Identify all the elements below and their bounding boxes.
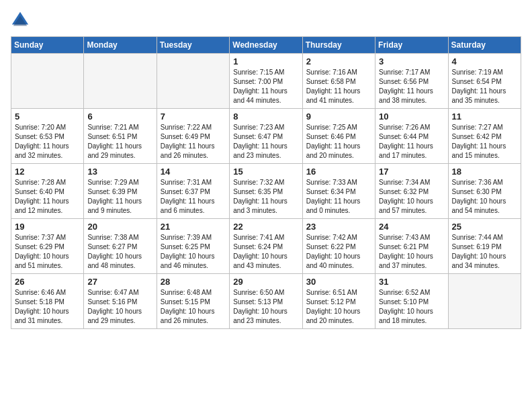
calendar-cell: 17Sunrise: 7:34 AM Sunset: 6:32 PM Dayli… [375,164,448,219]
day-number: 28 [161,277,226,287]
calendar-cell: 28Sunrise: 6:48 AM Sunset: 5:15 PM Dayli… [157,274,229,329]
calendar-table: SundayMondayTuesdayWednesdayThursdayFrid… [11,36,521,329]
logo-icon [11,11,30,30]
day-info: Sunrise: 7:38 AM Sunset: 6:27 PM Dayligh… [87,233,152,271]
calendar-cell: 20Sunrise: 7:38 AM Sunset: 6:27 PM Dayli… [84,219,157,274]
day-number: 13 [87,167,152,177]
calendar-cell: 16Sunrise: 7:33 AM Sunset: 6:34 PM Dayli… [302,164,375,219]
calendar-cell: 3Sunrise: 7:17 AM Sunset: 6:56 PM Daylig… [375,54,448,109]
day-info: Sunrise: 7:36 AM Sunset: 6:30 PM Dayligh… [452,178,517,216]
calendar-cell: 11Sunrise: 7:27 AM Sunset: 6:42 PM Dayli… [448,109,521,164]
day-number: 5 [15,111,80,122]
day-number: 22 [233,222,298,232]
calendar-cell: 9Sunrise: 7:25 AM Sunset: 6:46 PM Daylig… [302,109,375,164]
day-number: 10 [379,111,444,122]
day-info: Sunrise: 6:50 AM Sunset: 5:13 PM Dayligh… [233,288,298,326]
calendar-cell: 10Sunrise: 7:26 AM Sunset: 6:44 PM Dayli… [375,109,448,164]
calendar-cell: 8Sunrise: 7:23 AM Sunset: 6:47 PM Daylig… [230,109,302,164]
day-info: Sunrise: 7:37 AM Sunset: 6:29 PM Dayligh… [15,233,80,271]
day-info: Sunrise: 7:19 AM Sunset: 6:54 PM Dayligh… [452,68,517,105]
calendar-cell: 6Sunrise: 7:21 AM Sunset: 6:51 PM Daylig… [84,109,157,164]
day-number: 19 [15,222,80,232]
calendar-cell [84,54,157,109]
day-number: 9 [306,111,371,122]
calendar-cell [157,54,229,109]
calendar-cell: 30Sunrise: 6:51 AM Sunset: 5:12 PM Dayli… [302,274,375,329]
day-info: Sunrise: 7:26 AM Sunset: 6:44 PM Dayligh… [379,123,444,161]
day-number: 8 [233,111,298,122]
logo [11,11,32,30]
day-number: 14 [161,167,226,177]
day-info: Sunrise: 7:15 AM Sunset: 7:00 PM Dayligh… [233,68,298,105]
day-header-thursday: Thursday [302,37,375,54]
calendar-cell: 19Sunrise: 7:37 AM Sunset: 6:29 PM Dayli… [11,219,84,274]
days-header-row: SundayMondayTuesdayWednesdayThursdayFrid… [11,37,521,54]
day-info: Sunrise: 7:31 AM Sunset: 6:37 PM Dayligh… [161,178,226,216]
calendar-cell: 26Sunrise: 6:46 AM Sunset: 5:18 PM Dayli… [11,274,84,329]
day-info: Sunrise: 7:29 AM Sunset: 6:39 PM Dayligh… [87,178,152,216]
calendar-cell [11,54,84,109]
day-info: Sunrise: 7:34 AM Sunset: 6:32 PM Dayligh… [379,178,444,216]
calendar-cell: 1Sunrise: 7:15 AM Sunset: 7:00 PM Daylig… [230,54,302,109]
day-info: Sunrise: 6:47 AM Sunset: 5:16 PM Dayligh… [87,288,152,326]
day-info: Sunrise: 7:42 AM Sunset: 6:22 PM Dayligh… [306,233,371,271]
day-header-tuesday: Tuesday [157,37,229,54]
day-number: 30 [306,277,371,287]
week-row-2: 5Sunrise: 7:20 AM Sunset: 6:53 PM Daylig… [11,109,521,164]
calendar-cell: 2Sunrise: 7:16 AM Sunset: 6:58 PM Daylig… [302,54,375,109]
day-header-friday: Friday [375,37,448,54]
day-header-wednesday: Wednesday [230,37,302,54]
day-number: 31 [379,277,444,287]
day-header-saturday: Saturday [448,37,521,54]
calendar-cell: 5Sunrise: 7:20 AM Sunset: 6:53 PM Daylig… [11,109,84,164]
day-info: Sunrise: 7:28 AM Sunset: 6:40 PM Dayligh… [15,178,80,216]
day-info: Sunrise: 6:48 AM Sunset: 5:15 PM Dayligh… [161,288,226,326]
calendar-cell: 29Sunrise: 6:50 AM Sunset: 5:13 PM Dayli… [230,274,302,329]
calendar-cell: 22Sunrise: 7:41 AM Sunset: 6:24 PM Dayli… [230,219,302,274]
day-info: Sunrise: 7:23 AM Sunset: 6:47 PM Dayligh… [233,123,298,161]
calendar-cell: 27Sunrise: 6:47 AM Sunset: 5:16 PM Dayli… [84,274,157,329]
day-number: 4 [452,56,517,66]
calendar-cell: 23Sunrise: 7:42 AM Sunset: 6:22 PM Dayli… [302,219,375,274]
day-number: 7 [161,111,226,122]
calendar-cell: 21Sunrise: 7:39 AM Sunset: 6:25 PM Dayli… [157,219,229,274]
day-info: Sunrise: 6:51 AM Sunset: 5:12 PM Dayligh… [306,288,371,326]
day-info: Sunrise: 7:44 AM Sunset: 6:19 PM Dayligh… [452,233,517,271]
day-number: 21 [161,222,226,232]
calendar-cell: 14Sunrise: 7:31 AM Sunset: 6:37 PM Dayli… [157,164,229,219]
calendar-cell: 24Sunrise: 7:43 AM Sunset: 6:21 PM Dayli… [375,219,448,274]
day-number: 15 [233,167,298,177]
day-info: Sunrise: 7:25 AM Sunset: 6:46 PM Dayligh… [306,123,371,161]
day-number: 17 [379,167,444,177]
day-info: Sunrise: 7:43 AM Sunset: 6:21 PM Dayligh… [379,233,444,271]
calendar-cell [448,274,521,329]
week-row-5: 26Sunrise: 6:46 AM Sunset: 5:18 PM Dayli… [11,274,521,329]
day-header-sunday: Sunday [11,37,84,54]
day-number: 23 [306,222,371,232]
week-row-3: 12Sunrise: 7:28 AM Sunset: 6:40 PM Dayli… [11,164,521,219]
day-number: 26 [15,277,80,287]
day-info: Sunrise: 7:21 AM Sunset: 6:51 PM Dayligh… [87,123,152,161]
day-info: Sunrise: 6:52 AM Sunset: 5:10 PM Dayligh… [379,288,444,326]
day-number: 27 [87,277,152,287]
day-info: Sunrise: 7:20 AM Sunset: 6:53 PM Dayligh… [15,123,80,161]
calendar-cell: 15Sunrise: 7:32 AM Sunset: 6:35 PM Dayli… [230,164,302,219]
week-row-4: 19Sunrise: 7:37 AM Sunset: 6:29 PM Dayli… [11,219,521,274]
day-number: 24 [379,222,444,232]
calendar-cell: 4Sunrise: 7:19 AM Sunset: 6:54 PM Daylig… [448,54,521,109]
day-info: Sunrise: 7:17 AM Sunset: 6:56 PM Dayligh… [379,68,444,105]
day-number: 29 [233,277,298,287]
calendar-cell: 7Sunrise: 7:22 AM Sunset: 6:49 PM Daylig… [157,109,229,164]
calendar-cell: 13Sunrise: 7:29 AM Sunset: 6:39 PM Dayli… [84,164,157,219]
calendar-cell: 12Sunrise: 7:28 AM Sunset: 6:40 PM Dayli… [11,164,84,219]
week-row-1: 1Sunrise: 7:15 AM Sunset: 7:00 PM Daylig… [11,54,521,109]
page-header [11,11,521,30]
day-number: 6 [87,111,152,122]
day-number: 11 [452,111,517,122]
day-info: Sunrise: 7:32 AM Sunset: 6:35 PM Dayligh… [233,178,298,216]
day-info: Sunrise: 7:33 AM Sunset: 6:34 PM Dayligh… [306,178,371,216]
calendar-cell: 18Sunrise: 7:36 AM Sunset: 6:30 PM Dayli… [448,164,521,219]
day-info: Sunrise: 6:46 AM Sunset: 5:18 PM Dayligh… [15,288,80,326]
day-info: Sunrise: 7:22 AM Sunset: 6:49 PM Dayligh… [161,123,226,161]
day-number: 20 [87,222,152,232]
